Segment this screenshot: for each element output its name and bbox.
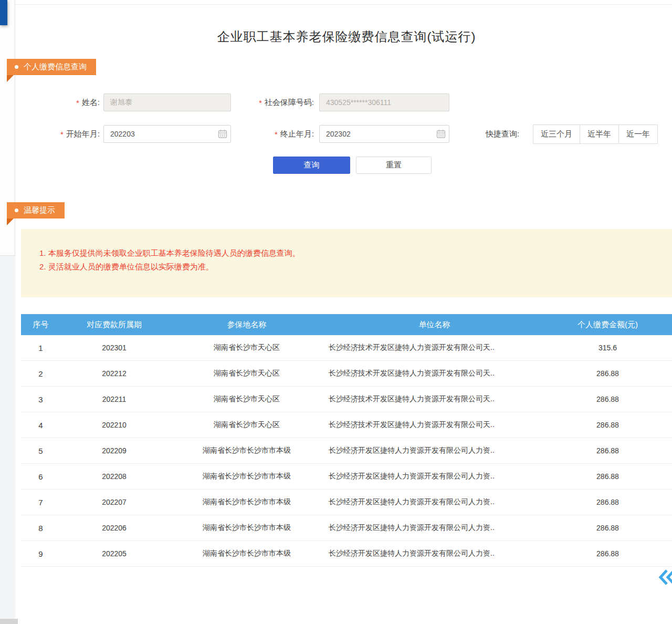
start-month-label: * 开始年月: <box>32 125 100 143</box>
bullet-icon <box>15 209 18 212</box>
cell-company: 长沙经济开发区捷特人力资源开发有限公司人力资.. <box>326 464 543 490</box>
cell-company: 长沙经济开发区捷特人力资源开发有限公司人力资.. <box>326 438 543 464</box>
page-title: 企业职工基本养老保险缴费信息查询(试运行) <box>21 28 672 45</box>
cell-serial: 1 <box>21 335 60 361</box>
table-row: 9 202205 湖南省长沙市长沙市市本级 长沙经济开发区捷特人力资源开发有限公… <box>21 541 672 567</box>
cell-company: 长沙经济技术开发区捷特人力资源开发有限公司天.. <box>326 387 543 412</box>
quick-query-label: 快捷查询: <box>486 124 519 144</box>
notice-line: 1. 本服务仅提供尚未领取企业职工基本养老保险待遇人员的缴费信息查询。 <box>39 246 662 260</box>
section-badge-personal-payment-query: 个人缴费信息查询 <box>7 59 96 75</box>
cell-amount: 315.6 <box>543 335 672 361</box>
table-header-cell: 个人缴费金额(元) <box>543 314 672 335</box>
end-month-input[interactable] <box>319 125 449 143</box>
end-month-field-wrap <box>319 125 449 143</box>
cell-serial: 7 <box>21 490 60 515</box>
cell-area: 湖南省长沙市天心区 <box>168 361 326 387</box>
required-asterisk: * <box>259 98 262 107</box>
section-badge-tips: 温馨提示 <box>7 202 65 219</box>
start-month-input[interactable] <box>103 125 231 143</box>
table-header-cell: 单位名称 <box>326 314 543 335</box>
table-body: 1 202301 湖南省长沙市天心区 长沙经济技术开发区捷特人力资源开发有限公司… <box>21 335 672 567</box>
cell-period: 202208 <box>60 464 168 490</box>
section-badge-label: 个人缴费信息查询 <box>24 62 87 72</box>
cell-period: 202211 <box>60 387 168 412</box>
cell-period: 202207 <box>60 490 168 515</box>
cell-serial: 2 <box>21 361 60 387</box>
cell-period: 202212 <box>60 361 168 387</box>
table-row: 6 202208 湖南省长沙市长沙市市本级 长沙经济开发区捷特人力资源开发有限公… <box>21 464 672 490</box>
cell-period: 202205 <box>60 541 168 567</box>
cell-serial: 9 <box>21 541 60 567</box>
cell-company: 长沙经济开发区捷特人力资源开发有限公司人力资.. <box>326 490 543 515</box>
table-header-cell: 序号 <box>21 314 60 335</box>
cell-serial: 4 <box>21 412 60 438</box>
bullet-icon <box>15 65 18 69</box>
cell-period: 202209 <box>60 438 168 464</box>
required-asterisk: * <box>275 130 278 139</box>
cell-period: 202210 <box>60 412 168 438</box>
payments-table: 序号 对应费款所属期 参保地名称 单位名称 个人缴费金额(元) 1 202301… <box>21 314 672 567</box>
section-badge-label: 温馨提示 <box>24 205 55 215</box>
cell-amount: 286.88 <box>543 490 672 515</box>
table-row: 1 202301 湖南省长沙市天心区 长沙经济技术开发区捷特人力资源开发有限公司… <box>21 335 672 361</box>
end-month-label: * 终止年月: <box>231 125 314 143</box>
cell-company: 长沙经济开发区捷特人力资源开发有限公司人力资.. <box>326 541 543 567</box>
cell-amount: 286.88 <box>543 361 672 387</box>
cell-area: 湖南省长沙市长沙市市本级 <box>168 490 326 515</box>
cell-amount: 286.88 <box>543 412 672 438</box>
query-button[interactable]: 查询 <box>273 157 350 174</box>
required-asterisk: * <box>60 130 64 139</box>
table-row: 4 202210 湖南省长沙市天心区 长沙经济技术开发区捷特人力资源开发有限公司… <box>21 412 672 438</box>
name-label: * 姓名: <box>32 93 100 111</box>
table-row: 2 202212 湖南省长沙市天心区 长沙经济技术开发区捷特人力资源开发有限公司… <box>21 361 672 387</box>
cell-serial: 3 <box>21 387 60 412</box>
cell-company: 长沙经济技术开发区捷特人力资源开发有限公司天.. <box>326 361 543 387</box>
cell-amount: 286.88 <box>543 515 672 541</box>
calendar-icon[interactable] <box>436 129 446 139</box>
table-header-cell: 参保地名称 <box>168 314 326 335</box>
content-top-border <box>15 4 672 5</box>
table-row: 5 202209 湖南省长沙市长沙市市本级 长沙经济开发区捷特人力资源开发有限公… <box>21 438 672 464</box>
table-header-row: 序号 对应费款所属期 参保地名称 单位名称 个人缴费金额(元) <box>21 314 672 335</box>
cell-area: 湖南省长沙市长沙市市本级 <box>168 515 326 541</box>
table-row: 8 202206 湖南省长沙市长沙市市本级 长沙经济开发区捷特人力资源开发有限公… <box>21 515 672 541</box>
pension-query-page: 企业职工基本养老保险缴费信息查询(试运行) 个人缴费信息查询 * 姓名: * 社… <box>0 0 672 624</box>
ssn-field-wrap <box>319 93 449 111</box>
required-asterisk: * <box>76 98 79 107</box>
cell-amount: 286.88 <box>543 464 672 490</box>
cell-area: 湖南省长沙市天心区 <box>168 412 326 438</box>
cell-area: 湖南省长沙市长沙市市本级 <box>168 464 326 490</box>
cell-company: 长沙经济技术开发区捷特人力资源开发有限公司天.. <box>326 412 543 438</box>
cell-area: 湖南省长沙市天心区 <box>168 387 326 412</box>
cell-area: 湖南省长沙市长沙市市本级 <box>168 541 326 567</box>
table-row: 7 202207 湖南省长沙市长沙市市本级 长沙经济开发区捷特人力资源开发有限公… <box>21 490 672 515</box>
quick-query-button[interactable]: 近半年 <box>580 124 619 144</box>
double-left-chevron-icon[interactable] <box>657 567 672 588</box>
sidebar-stub <box>0 0 7 25</box>
table-header-cell: 对应费款所属期 <box>60 314 168 335</box>
cell-amount: 286.88 <box>543 438 672 464</box>
quick-query-button[interactable]: 近一年 <box>618 124 658 144</box>
ssn-input[interactable] <box>319 93 449 111</box>
quick-query-group: 近三个月 近半年 近一年 <box>533 124 658 144</box>
start-month-field-wrap <box>103 125 231 143</box>
cell-serial: 5 <box>21 438 60 464</box>
name-input[interactable] <box>103 93 231 111</box>
cell-serial: 6 <box>21 464 60 490</box>
reset-button[interactable]: 重置 <box>356 157 432 174</box>
ssn-label: * 社会保障号码: <box>231 93 314 111</box>
calendar-icon[interactable] <box>218 129 227 139</box>
cell-period: 202301 <box>60 335 168 361</box>
table-row: 3 202211 湖南省长沙市天心区 长沙经济技术开发区捷特人力资源开发有限公司… <box>21 387 672 412</box>
notice-line: 2. 灵活就业人员的缴费单位信息以实际缴费为准。 <box>39 260 662 274</box>
bottom-left-strip <box>0 619 18 624</box>
notice-box: 1. 本服务仅提供尚未领取企业职工基本养老保险待遇人员的缴费信息查询。 2. 灵… <box>21 229 672 297</box>
cell-area: 湖南省长沙市天心区 <box>168 335 326 361</box>
quick-query-button[interactable]: 近三个月 <box>533 124 580 144</box>
cell-amount: 286.88 <box>543 387 672 412</box>
cell-serial: 8 <box>21 515 60 541</box>
cell-amount: 286.88 <box>543 541 672 567</box>
name-field-wrap <box>103 93 231 111</box>
cell-period: 202206 <box>60 515 168 541</box>
cell-company: 长沙经济开发区捷特人力资源开发有限公司人力资.. <box>326 515 543 541</box>
